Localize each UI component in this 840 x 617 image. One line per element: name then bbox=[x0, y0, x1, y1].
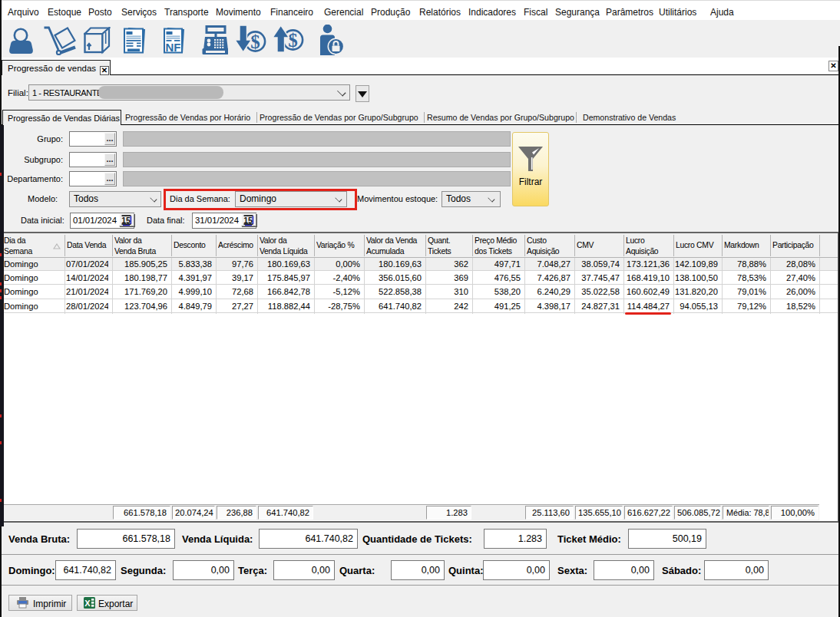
svg-text:15: 15 bbox=[121, 216, 131, 225]
svg-text:NF: NF bbox=[166, 41, 181, 54]
svg-text:$: $ bbox=[250, 31, 260, 52]
svg-text:X: X bbox=[84, 599, 91, 608]
svg-text:15: 15 bbox=[243, 216, 253, 225]
svg-text:$: $ bbox=[288, 30, 298, 51]
